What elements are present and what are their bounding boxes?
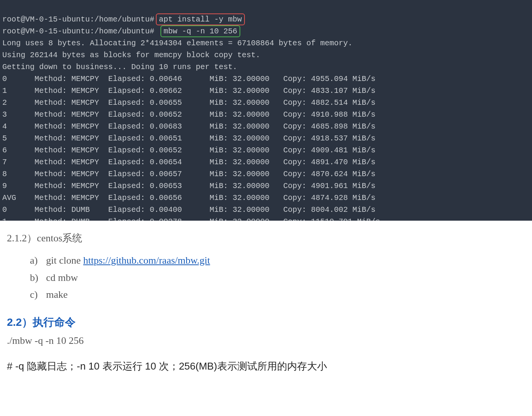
- table-row: 9 Method: MEMCPY Elapsed: 0.00653 MiB: 3…: [2, 180, 530, 192]
- list-marker: c): [30, 287, 46, 302]
- table-row: 1 Method: MEMCPY Elapsed: 0.00662 MiB: 3…: [2, 85, 530, 97]
- run-command-text: ./mbw -q -n 10 256: [7, 333, 525, 348]
- shell-prompt: root@VM-0-15-ubuntu:/home/ubuntu#: [2, 27, 154, 36]
- benchmark-table: 0 Method: MEMCPY Elapsed: 0.00646 MiB: 3…: [2, 73, 530, 221]
- table-row: 7 Method: MEMCPY Elapsed: 0.00654 MiB: 3…: [2, 156, 530, 168]
- step-text: cd mbw: [46, 272, 78, 283]
- table-row: 2 Method: MEMCPY Elapsed: 0.00655 MiB: 3…: [2, 97, 530, 109]
- table-row: 4 Method: MEMCPY Elapsed: 0.00683 MiB: 3…: [2, 121, 530, 132]
- install-command-highlight: apt install -y mbw: [156, 13, 245, 25]
- table-row: 3 Method: MEMCPY Elapsed: 0.00652 MiB: 3…: [2, 109, 530, 121]
- table-row: 6 Method: MEMCPY Elapsed: 0.00652 MiB: 3…: [2, 144, 530, 156]
- table-row: AVG Method: MEMCPY Elapsed: 0.00656 MiB:…: [2, 192, 530, 204]
- git-repo-link[interactable]: https://github.com/raas/mbw.git: [83, 255, 210, 266]
- table-row: 5 Method: MEMCPY Elapsed: 0.00651 MiB: 3…: [2, 132, 530, 144]
- list-item: c)make: [30, 287, 525, 302]
- run-command-highlight: mbw -q -n 10 256: [160, 25, 240, 37]
- command-note: # -q 隐藏日志；-n 10 表示运行 10 次；256(MB)表示测试所用的…: [7, 358, 525, 374]
- table-row: 1 Method: DUMB Elapsed: 0.00278 MiB: 32.…: [2, 216, 530, 221]
- shell-prompt: root@VM-0-15-ubuntu:/home/ubuntu#: [2, 15, 154, 24]
- list-marker: b): [30, 270, 46, 286]
- list-item: a)git clone https://github.com/raas/mbw.…: [30, 253, 525, 268]
- table-row: 0 Method: MEMCPY Elapsed: 0.00646 MiB: 3…: [2, 73, 530, 85]
- table-row: 8 Method: MEMCPY Elapsed: 0.00657 MiB: 3…: [2, 168, 530, 180]
- step-text: git clone: [46, 255, 83, 266]
- table-row: 0 Method: DUMB Elapsed: 0.00400 MiB: 32.…: [2, 204, 530, 216]
- list-marker: a): [30, 253, 46, 268]
- terminal-info-line: Long uses 8 bytes. Allocating 2*4194304 …: [2, 39, 352, 48]
- list-item: b)cd mbw: [30, 270, 525, 286]
- terminal-output: root@VM-0-15-ubuntu:/home/ubuntu#apt ins…: [0, 0, 532, 221]
- section-22-title: 2.2）执行命令: [7, 314, 525, 330]
- terminal-info-line: Getting down to business... Doing 10 run…: [2, 63, 237, 71]
- step-text: make: [46, 289, 68, 300]
- terminal-info-line: Using 262144 bytes as blocks for memcpy …: [2, 51, 260, 59]
- article-body: 2.1.2）centos系统 a)git clone https://githu…: [0, 221, 532, 389]
- section-212-title: 2.1.2）centos系统: [7, 231, 525, 246]
- centos-steps-list: a)git clone https://github.com/raas/mbw.…: [7, 253, 525, 302]
